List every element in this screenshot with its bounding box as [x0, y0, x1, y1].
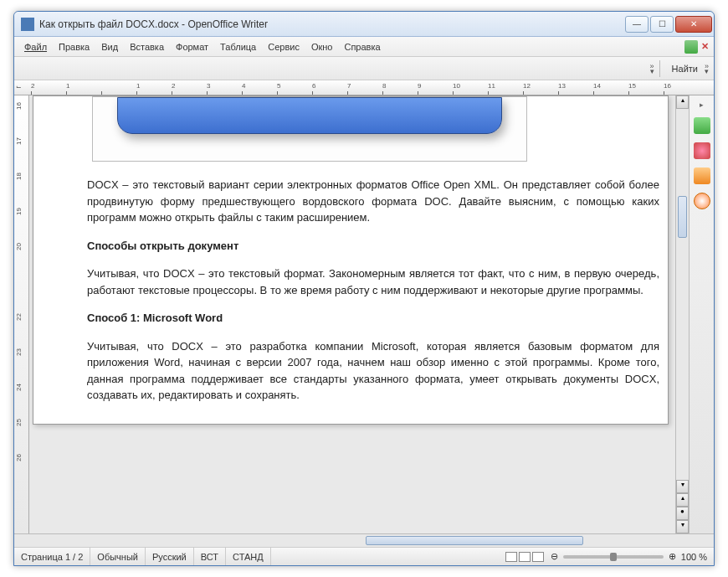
- ruler-mark: 5: [277, 82, 280, 90]
- ruler-mark: 12: [523, 82, 531, 90]
- ruler-mark: 6: [312, 82, 315, 90]
- styles-icon[interactable]: [694, 142, 710, 159]
- ruler-mark: 10: [453, 82, 460, 90]
- menubar: Файл Правка Вид Вставка Формат Таблица С…: [14, 37, 714, 57]
- ruler-mark: 25: [15, 419, 23, 426]
- maximize-button[interactable]: ☐: [650, 16, 674, 33]
- status-spacer: [271, 548, 499, 565]
- zoom-in-button[interactable]: ⊕: [669, 551, 676, 562]
- view-book-icon[interactable]: [532, 552, 544, 562]
- menu-insert[interactable]: Вставка: [125, 40, 169, 54]
- ruler-mark: 23: [15, 348, 23, 356]
- menu-edit[interactable]: Правка: [54, 40, 95, 54]
- window-controls: — ☐ ✕: [625, 16, 712, 33]
- sidebar: ▸: [689, 95, 714, 533]
- ruler-mark: 17: [15, 137, 23, 145]
- scrollbar-vertical[interactable]: ▴ ▾ ▴ ● ▾: [675, 95, 689, 533]
- ruler-mark: 2: [172, 82, 175, 90]
- sidebar-collapse-icon[interactable]: ▸: [700, 100, 704, 109]
- zoom-knob[interactable]: [610, 553, 617, 561]
- ruler-horizontal[interactable]: ⌙ 2112345678910111213141516: [14, 80, 714, 95]
- document-area[interactable]: DOCX – это текстовый вариант серии элект…: [29, 95, 675, 533]
- blue-shape: [117, 97, 502, 134]
- menu-view[interactable]: Вид: [96, 40, 123, 54]
- view-mode-icons: [505, 552, 544, 562]
- statusbar: Страница 1 / 2 Обычный Русский ВСТ СТАНД…: [14, 547, 714, 565]
- zoom-slider[interactable]: [563, 555, 664, 559]
- ruler-mark: 2: [31, 82, 34, 90]
- view-multi-icon[interactable]: [519, 552, 531, 562]
- page: DOCX – это текстовый вариант серии элект…: [33, 95, 669, 425]
- ruler-mark: 19: [15, 208, 23, 215]
- ruler-mark: 14: [593, 82, 601, 90]
- status-selection-mode[interactable]: СТАНД: [226, 548, 271, 565]
- menu-help[interactable]: Справка: [339, 40, 385, 54]
- menu-file[interactable]: Файл: [19, 40, 52, 54]
- ruler-mark: 8: [382, 82, 386, 90]
- navigator-icon[interactable]: [694, 167, 710, 184]
- scroll-up-button[interactable]: ▴: [676, 95, 689, 109]
- status-page[interactable]: Страница 1 / 2: [14, 548, 90, 565]
- status-insert-mode[interactable]: ВСТ: [194, 548, 226, 565]
- toolbar-overflow-2[interactable]: »▾: [705, 64, 709, 74]
- titlebar[interactable]: Как открыть файл DOCX.docx - OpenOffice …: [14, 12, 714, 37]
- scroll-down-button[interactable]: ▾: [676, 480, 689, 493]
- ruler-mark: 3: [207, 82, 210, 90]
- ruler-mark: 15: [628, 82, 636, 90]
- workspace: ⌙ 2112345678910111213141516 161718192022…: [14, 80, 714, 547]
- ruler-mark: 1: [136, 82, 140, 90]
- ruler-mark: 4: [242, 82, 245, 90]
- scrollbar-horizontal-row: [14, 533, 714, 547]
- download-icon[interactable]: [684, 40, 698, 54]
- minimize-button[interactable]: —: [625, 16, 649, 33]
- ruler-mark: 7: [347, 82, 351, 90]
- image-frame[interactable]: [92, 96, 527, 162]
- gallery-icon[interactable]: [694, 117, 710, 134]
- zoom-out-button[interactable]: ⊖: [551, 551, 558, 562]
- next-page-button[interactable]: ▾: [676, 520, 689, 533]
- menu-table[interactable]: Таблица: [215, 40, 261, 54]
- ruler-mark: 22: [15, 313, 23, 321]
- close-button[interactable]: ✕: [675, 16, 712, 33]
- ruler-mark: 24: [15, 384, 23, 391]
- ruler-vertical[interactable]: 16171819202223242526: [14, 95, 29, 533]
- scrollbar-horizontal[interactable]: [349, 534, 714, 547]
- window-title: Как открыть файл DOCX.docx - OpenOffice …: [39, 18, 625, 30]
- ruler-mark: 16: [15, 102, 23, 110]
- ruler-mark: 26: [15, 454, 23, 461]
- app-icon: [21, 18, 34, 31]
- zoom-controls: ⊖ ⊕ 100 %: [544, 551, 714, 562]
- prev-page-button[interactable]: ▴: [676, 493, 689, 507]
- paragraph-intro: DOCX – это текстовый вариант серии элект…: [87, 177, 659, 226]
- compass-icon[interactable]: [694, 193, 710, 209]
- toolbar: »▾ Найти »▾: [14, 57, 714, 80]
- toolbar-overflow-1[interactable]: »▾: [650, 64, 654, 74]
- ruler-mark: 9: [418, 82, 421, 90]
- nav-button[interactable]: ●: [676, 507, 689, 520]
- ruler-mark: 13: [558, 82, 566, 90]
- menubar-close-icon[interactable]: ✕: [701, 41, 709, 52]
- paragraph-3: Учитывая, что DOCX – это разработка комп…: [87, 338, 659, 404]
- scroll-thumb-h[interactable]: [366, 536, 583, 545]
- app-window: Как открыть файл DOCX.docx - OpenOffice …: [13, 11, 715, 566]
- menu-window[interactable]: Окно: [306, 40, 338, 54]
- status-language[interactable]: Русский: [146, 548, 194, 565]
- ruler-mark: 1: [66, 82, 69, 90]
- ruler-mark: 18: [15, 173, 23, 180]
- paragraph-2: Учитывая, что DOCX – это текстовый форма…: [87, 265, 659, 298]
- heading-ways: Способы открыть документ: [87, 238, 659, 255]
- menu-format[interactable]: Формат: [171, 40, 213, 54]
- ruler-mark: 11: [488, 82, 495, 90]
- zoom-level[interactable]: 100 %: [681, 552, 707, 562]
- scroll-thumb-v[interactable]: [678, 196, 687, 238]
- view-single-icon[interactable]: [505, 552, 517, 562]
- find-label[interactable]: Найти: [672, 64, 698, 74]
- ruler-mark: 16: [664, 82, 671, 90]
- status-style[interactable]: Обычный: [90, 548, 146, 565]
- menu-service[interactable]: Сервис: [263, 40, 305, 54]
- heading-method1: Способ 1: Microsoft Word: [87, 310, 659, 327]
- ruler-mark: 20: [15, 243, 23, 250]
